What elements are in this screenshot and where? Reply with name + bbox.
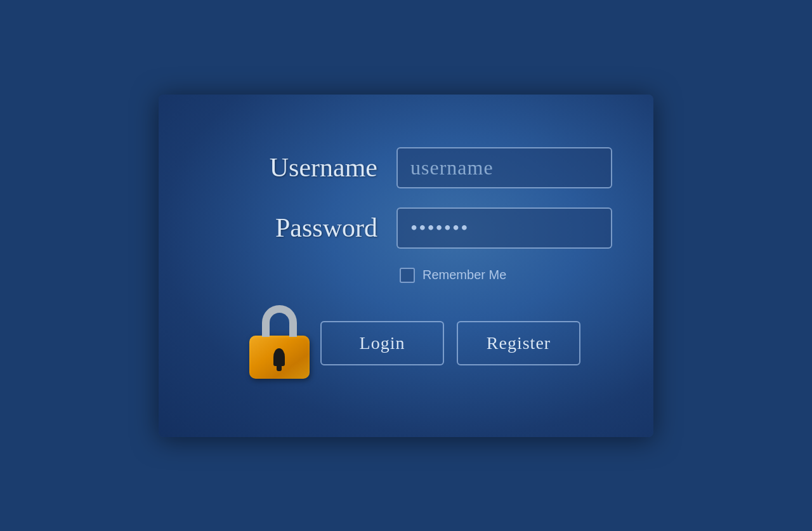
register-button[interactable]: Register (457, 321, 580, 365)
username-label: Username (238, 152, 377, 183)
username-row: Username (238, 147, 612, 188)
password-label: Password (238, 213, 377, 243)
lock-keyhole (273, 348, 285, 366)
remember-me-label: Remember Me (422, 268, 506, 282)
remember-me-row: Remember Me (400, 268, 506, 283)
bottom-row: Login Register (238, 302, 580, 384)
login-panel: Username Password Remember Me (159, 95, 653, 437)
username-input[interactable] (396, 147, 612, 188)
password-row: Password (238, 207, 612, 249)
lock-body (249, 336, 310, 379)
page-background: Username Password Remember Me (0, 0, 812, 531)
lock-icon (244, 305, 314, 381)
form-area: Username Password Remember Me (238, 147, 612, 384)
lock-shackle (262, 305, 297, 337)
remember-me-checkbox[interactable] (400, 268, 415, 283)
login-button[interactable]: Login (320, 321, 444, 365)
lock-icon-container (238, 302, 320, 384)
password-input[interactable] (396, 207, 612, 249)
action-buttons: Login Register (320, 321, 580, 365)
